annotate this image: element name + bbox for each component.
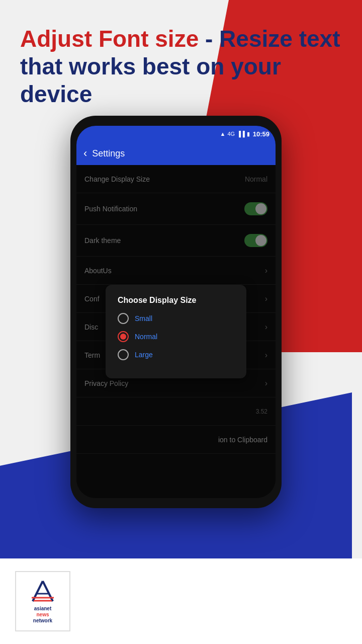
phone-mockup: ▲ 4G ▐▐ ▮ 10:59 ‹ Settings Change Displa… <box>70 116 282 508</box>
choose-display-size-dialog: Choose Display Size Small Normal Large <box>106 285 246 378</box>
radio-normal-label: Normal <box>135 333 157 341</box>
signal-bars: ▐▐ <box>237 131 245 137</box>
footer: asianetnewsnetwork Straight. Bold. Relen… <box>0 558 362 644</box>
status-bar: ▲ 4G ▐▐ ▮ 10:59 <box>76 126 276 142</box>
radio-normal-circle[interactable] <box>118 331 129 342</box>
back-button[interactable]: ‹ <box>83 147 87 160</box>
footer-tagline: Straight. Bold. Relentless <box>70 592 347 611</box>
radio-normal[interactable]: Normal <box>118 331 234 342</box>
radio-small-circle[interactable] <box>118 313 129 324</box>
asianet-logo-icon <box>28 579 58 604</box>
logo-text: asianetnewsnetwork <box>33 606 52 624</box>
header-title: Adjust Font size - Resize text that work… <box>20 25 342 109</box>
radio-small[interactable]: Small <box>118 313 234 324</box>
battery-icon: ▮ <box>247 131 250 137</box>
signal-label: 4G <box>227 131 235 137</box>
settings-list: Change Display Size Normal Push Notifica… <box>76 165 276 498</box>
radio-small-label: Small <box>135 314 152 323</box>
top-nav: ‹ Settings <box>76 142 276 165</box>
phone-screen: ▲ 4G ▐▐ ▮ 10:59 ‹ Settings Change Displa… <box>76 126 276 498</box>
status-icons: ▲ 4G ▐▐ ▮ <box>220 131 250 137</box>
radio-large[interactable]: Large <box>118 349 234 360</box>
header-title-red: Adjust Font size <box>20 26 199 52</box>
header-section: Adjust Font size - Resize text that work… <box>0 15 362 119</box>
wifi-icon: ▲ <box>220 131 226 137</box>
dialog-overlay[interactable]: Choose Display Size Small Normal Large <box>76 165 276 498</box>
status-time: 10:59 <box>253 130 269 138</box>
nav-title: Settings <box>92 148 125 159</box>
radio-large-label: Large <box>135 351 153 359</box>
dialog-title: Choose Display Size <box>118 296 234 305</box>
logo-box: asianetnewsnetwork <box>15 571 70 631</box>
radio-large-circle[interactable] <box>118 349 129 360</box>
phone-outer: ▲ 4G ▐▐ ▮ 10:59 ‹ Settings Change Displa… <box>70 116 282 508</box>
